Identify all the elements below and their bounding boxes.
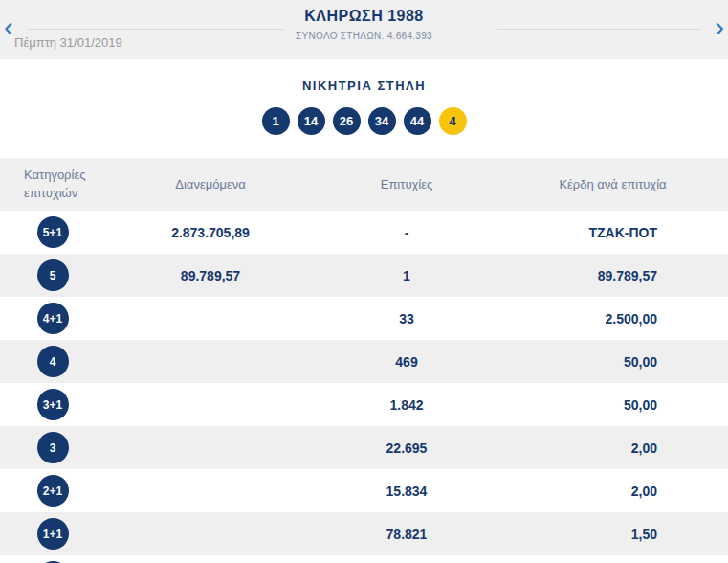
prize-cell: 50,00 (497, 354, 728, 370)
draw-header: ‹ Πέμπτη 31/01/2019 ΚΛΗΡΩΣΗ 1988 ΣΥΝΟΛΟ … (0, 0, 728, 59)
category-ball: 5+1 (37, 216, 69, 248)
header-divider-left (27, 29, 283, 30)
category-ball: 4+1 (37, 303, 69, 334)
winning-numbers: 1142634444 (0, 107, 728, 135)
prize-cell: 1,50 (497, 527, 728, 542)
draw-title-block: ΚΛΗΡΩΣΗ 1988 ΣΥΝΟΛΟ ΣΤΗΛΩΝ: 4.664.393 (296, 8, 432, 41)
joker-number-ball: 4 (439, 107, 467, 135)
wins-cell: 1.842 (316, 397, 497, 413)
wins-cell: 22.695 (316, 440, 497, 456)
table-row: 446950,00 (0, 340, 728, 383)
prize-cell: 2.500,00 (497, 311, 728, 327)
winning-number-ball: 44 (404, 107, 431, 135)
category-cell: 3 (0, 432, 105, 463)
category-ball: 3 (37, 432, 69, 463)
draw-date: Πέμπτη 31/01/2019 (14, 35, 122, 50)
table-row: 5+12.873.705,89-ΤΖΑΚ-ΠΟΤ (0, 211, 728, 254)
wins-cell: 469 (316, 354, 497, 370)
prize-cell: ΤΖΑΚ-ΠΟΤ (497, 225, 728, 240)
results-table-body: 5+12.873.705,89-ΤΖΑΚ-ΠΟΤ589.789,57189.78… (0, 211, 728, 563)
table-row: 589.789,57189.789,57 (0, 254, 728, 297)
table-row-partial (0, 555, 728, 563)
category-cell: 4+1 (0, 303, 105, 334)
table-row: 4+1332.500,00 (0, 297, 728, 340)
wins-cell: 78.821 (316, 527, 497, 542)
winning-number-ball: 26 (333, 107, 361, 135)
winning-column-title: ΝΙΚΗΤΡΙΑ ΣΤΗΛΗ (0, 79, 728, 93)
prize-cell: 89.789,57 (497, 268, 728, 283)
header-divider-right (497, 29, 701, 30)
category-cell: 5+1 (0, 216, 105, 248)
column-header-prize: Κέρδη ανά επιτυχία (497, 177, 728, 191)
winning-number-ball: 1 (262, 107, 290, 135)
total-columns-label: ΣΥΝΟΛΟ ΣΤΗΛΩΝ: (296, 31, 385, 41)
category-ball: 2+1 (37, 475, 69, 507)
next-draw-button[interactable]: › (711, 10, 728, 44)
table-row: 1+178.8211,50 (0, 512, 728, 555)
category-cell: 1+1 (0, 518, 105, 550)
column-header-distributed: Διανεμόμενα (105, 177, 316, 191)
distributed-cell: 89.789,57 (105, 268, 316, 283)
category-ball: 3+1 (37, 389, 69, 420)
table-row: 3+11.84250,00 (0, 383, 728, 426)
prize-cell: 2,00 (497, 484, 728, 499)
distributed-cell: 2.873.705,89 (105, 225, 316, 240)
category-cell: 4 (0, 346, 105, 377)
column-header-wins: Επιτυχίες (316, 177, 497, 191)
draw-subtitle: ΣΥΝΟΛΟ ΣΤΗΛΩΝ: 4.664.393 (296, 31, 432, 41)
wins-cell: 33 (316, 311, 497, 327)
category-cell: 3+1 (0, 389, 105, 420)
column-header-categories: Κατηγορίες επιτυχιών (0, 167, 105, 201)
prize-cell: 50,00 (497, 397, 728, 413)
winning-number-ball: 14 (298, 107, 325, 135)
winning-column-section: ΝΙΚΗΤΡΙΑ ΣΤΗΛΗ 1142634444 (0, 59, 728, 158)
prize-cell: 2,00 (497, 440, 728, 456)
table-row: 322.6952,00 (0, 426, 728, 469)
joker-draw-results-page: ‹ Πέμπτη 31/01/2019 ΚΛΗΡΩΣΗ 1988 ΣΥΝΟΛΟ … (0, 0, 728, 563)
table-row: 2+115.8342,00 (0, 469, 728, 512)
results-table-header: Κατηγορίες επιτυχιών Διανεμόμενα Επιτυχί… (0, 158, 728, 211)
category-ball: 4 (37, 346, 69, 377)
category-cell: 5 (0, 259, 105, 291)
draw-title: ΚΛΗΡΩΣΗ 1988 (296, 8, 432, 25)
results-table: Κατηγορίες επιτυχιών Διανεμόμενα Επιτυχί… (0, 158, 728, 563)
winning-number-ball: 34 (368, 107, 396, 135)
wins-cell: 1 (316, 268, 497, 283)
wins-cell: - (316, 225, 497, 240)
category-ball: 1+1 (37, 518, 69, 550)
wins-cell: 15.834 (316, 484, 497, 499)
category-cell: 2+1 (0, 475, 105, 507)
total-columns-value: 4.664.393 (387, 31, 432, 41)
category-ball: 5 (37, 259, 69, 291)
